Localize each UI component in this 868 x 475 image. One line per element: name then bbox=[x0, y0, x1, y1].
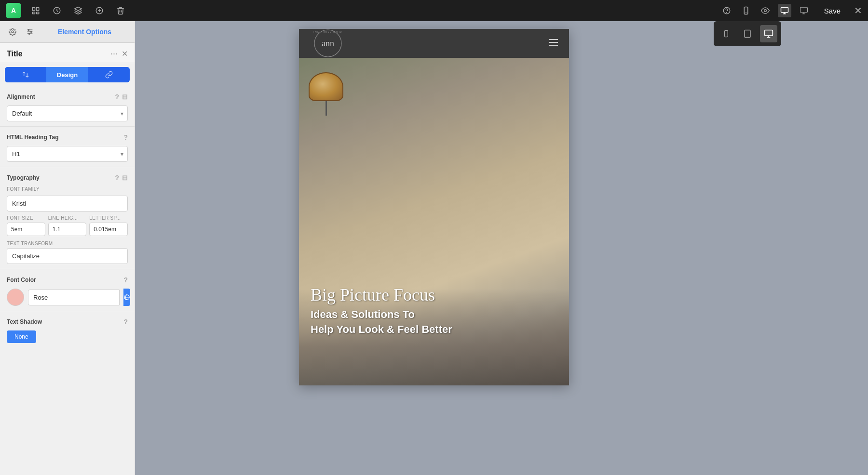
design-tabs: Design bbox=[5, 67, 130, 82]
preview-frame: ann ANOTHER MILLION MILES bbox=[299, 29, 569, 385]
typography-section-title: Typography ? ⊟ bbox=[7, 174, 128, 182]
desktop-outline-icon[interactable] bbox=[797, 4, 811, 17]
desktop-device-btn[interactable] bbox=[760, 25, 777, 42]
hamburger-icon[interactable] bbox=[548, 37, 559, 51]
toolbar-right: Save ✕ bbox=[720, 4, 862, 18]
eye-icon[interactable] bbox=[759, 4, 772, 17]
svg-point-25 bbox=[12, 31, 14, 33]
svg-rect-17 bbox=[800, 7, 807, 13]
alignment-select-wrapper: Default Left Center Right ▾ bbox=[7, 106, 128, 121]
desktop-icon-active[interactable] bbox=[778, 4, 791, 17]
font-metrics-row: FONT SIZE LINE HEIG... LETTER SP... bbox=[7, 215, 128, 236]
tab-style[interactable] bbox=[5, 67, 46, 82]
tab-link[interactable] bbox=[88, 67, 130, 82]
panel-header-tabs: Element Options bbox=[0, 21, 135, 43]
alignment-section: Alignment ? ⊟ Default Left Center Right … bbox=[0, 86, 135, 127]
svg-point-29 bbox=[28, 29, 29, 31]
text-transform-label: TEXT TRANSFORM bbox=[7, 241, 128, 246]
line-height-label: LINE HEIG... bbox=[48, 215, 87, 221]
svg-rect-2 bbox=[32, 12, 35, 14]
lamp-decoration bbox=[309, 72, 343, 116]
alignment-help-icon[interactable]: ? bbox=[115, 93, 119, 101]
color-swatch[interactable] bbox=[7, 289, 24, 306]
heading-tag-help-icon[interactable]: ? bbox=[123, 133, 128, 141]
font-size-group: FONT SIZE bbox=[7, 215, 45, 236]
element-title-actions: ··· ✕ bbox=[110, 49, 128, 59]
alignment-section-title: Alignment ? ⊟ bbox=[7, 93, 128, 101]
hero-text-overlay: Big Picture Focus Ideas & Solutions To H… bbox=[311, 286, 452, 337]
help-icon[interactable] bbox=[720, 4, 733, 17]
preview-hero: Big Picture Focus Ideas & Solutions To H… bbox=[299, 58, 569, 385]
text-transform-input[interactable] bbox=[7, 248, 128, 264]
sliders-panel-tab[interactable] bbox=[23, 25, 37, 39]
tab-design[interactable]: Design bbox=[46, 67, 88, 82]
svg-rect-3 bbox=[37, 12, 39, 14]
svg-point-31 bbox=[28, 33, 30, 35]
font-size-label: FONT SIZE bbox=[7, 215, 45, 221]
close-panel-button[interactable]: ✕ bbox=[122, 49, 128, 58]
line-height-group: LINE HEIG... bbox=[48, 215, 87, 236]
logo-icon[interactable]: A bbox=[6, 3, 21, 18]
svg-rect-21 bbox=[745, 30, 750, 38]
font-color-section: Font Color ? bbox=[0, 269, 135, 311]
delete-icon[interactable] bbox=[114, 4, 127, 17]
left-panel: Element Options Title ··· ✕ Design Align… bbox=[0, 21, 135, 475]
panel-header-title: Element Options bbox=[41, 28, 129, 36]
letter-spacing-label: LETTER SP... bbox=[89, 215, 128, 221]
element-title: Title bbox=[7, 50, 23, 58]
add-icon[interactable] bbox=[93, 4, 106, 17]
typography-reset-icon[interactable]: ⊟ bbox=[122, 174, 128, 182]
heading-tag-select-wrapper: H1 H2 H3 H4 H5 H6 ▾ bbox=[7, 146, 128, 162]
history-icon[interactable] bbox=[50, 4, 64, 17]
svg-marker-5 bbox=[75, 7, 82, 11]
hero-script-text: Big Picture Focus bbox=[311, 286, 452, 305]
svg-point-13 bbox=[764, 10, 767, 12]
svg-rect-1 bbox=[37, 7, 39, 11]
canvas-area: ann ANOTHER MILLION MILES bbox=[135, 21, 733, 475]
element-title-bar: Title ··· ✕ bbox=[0, 43, 135, 63]
save-button[interactable]: Save bbox=[816, 4, 848, 18]
text-shadow-none-button[interactable]: None bbox=[7, 330, 36, 343]
typography-help-icon[interactable]: ? bbox=[115, 174, 119, 182]
svg-text:ann: ann bbox=[322, 39, 334, 48]
heading-tag-section: HTML Heading Tag ? H1 H2 H3 H4 H5 H6 ▾ bbox=[0, 127, 135, 167]
svg-rect-14 bbox=[781, 7, 788, 13]
text-shadow-section: Text Shadow ? None bbox=[0, 311, 135, 348]
preview-logo: ann ANOTHER MILLION MILES bbox=[309, 31, 347, 55]
alignment-reset-icon[interactable]: ⊟ bbox=[122, 93, 128, 101]
text-shadow-section-title: Text Shadow ? bbox=[7, 318, 128, 326]
typography-section: Typography ? ⊟ FONT FAMILY FONT SIZE LIN… bbox=[0, 167, 135, 269]
top-toolbar: A Save ✕ bbox=[0, 0, 868, 21]
letter-spacing-input[interactable] bbox=[89, 223, 128, 236]
color-name-input[interactable] bbox=[28, 290, 120, 305]
toolbar-left: A bbox=[6, 3, 127, 18]
mobile-preview-icon[interactable] bbox=[739, 4, 753, 17]
hero-subtitle: Ideas & Solutions To Help You Look & Fee… bbox=[311, 307, 452, 337]
heading-tag-select[interactable]: H1 H2 H3 H4 H5 H6 bbox=[7, 146, 127, 161]
line-height-input[interactable] bbox=[48, 223, 87, 236]
color-picker-button[interactable] bbox=[123, 289, 130, 306]
heading-tag-section-title: HTML Heading Tag ? bbox=[7, 133, 128, 141]
color-input-row bbox=[7, 289, 128, 306]
layers-icon[interactable] bbox=[71, 4, 85, 17]
svg-text:ANOTHER MILLION MILES: ANOTHER MILLION MILES bbox=[313, 30, 342, 33]
svg-point-30 bbox=[30, 31, 32, 33]
mobile-device-btn[interactable] bbox=[718, 25, 735, 42]
font-size-input[interactable] bbox=[7, 223, 45, 236]
device-picker-dropdown bbox=[714, 21, 781, 46]
settings-panel-tab[interactable] bbox=[6, 25, 19, 39]
font-family-input[interactable] bbox=[7, 196, 128, 211]
font-color-section-title: Font Color ? bbox=[7, 276, 128, 284]
letter-spacing-group: LETTER SP... bbox=[89, 215, 128, 236]
text-shadow-help-icon[interactable]: ? bbox=[123, 318, 128, 326]
svg-rect-20 bbox=[725, 30, 728, 37]
close-button[interactable]: ✕ bbox=[854, 5, 862, 16]
right-panel bbox=[733, 21, 868, 475]
font-color-help-icon[interactable]: ? bbox=[123, 276, 128, 284]
more-options-button[interactable]: ··· bbox=[110, 49, 118, 59]
svg-rect-22 bbox=[765, 30, 773, 36]
alignment-select[interactable]: Default Left Center Right bbox=[7, 106, 127, 121]
tablet-device-btn[interactable] bbox=[739, 25, 756, 42]
pages-icon[interactable] bbox=[29, 4, 42, 17]
preview-header: ann ANOTHER MILLION MILES bbox=[299, 29, 569, 58]
